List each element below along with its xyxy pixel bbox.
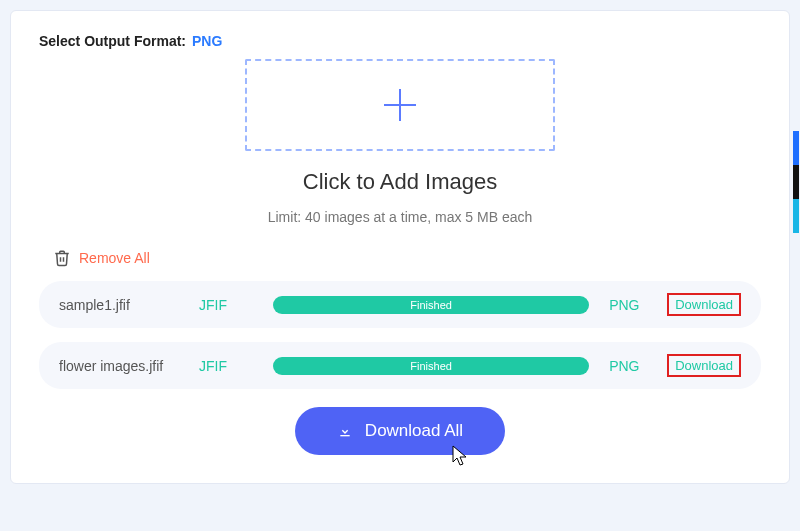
- output-format-dropdown[interactable]: PNG: [192, 33, 222, 49]
- file-name: sample1.jfif: [59, 297, 199, 313]
- progress-status: Finished: [410, 360, 452, 372]
- download-icon: [337, 423, 353, 439]
- output-format-label: Select Output Format:: [39, 33, 186, 49]
- download-all-label: Download All: [365, 421, 463, 441]
- side-tab[interactable]: [793, 131, 799, 165]
- limit-text: Limit: 40 images at a time, max 5 MB eac…: [39, 209, 761, 225]
- plus-icon: [378, 83, 422, 127]
- add-images-text: Click to Add Images: [39, 169, 761, 195]
- dropzone[interactable]: [245, 59, 555, 151]
- file-source-format: JFIF: [199, 358, 259, 374]
- file-target-format: PNG: [603, 297, 653, 313]
- file-row: sample1.jfif JFIF Finished PNG Download: [39, 281, 761, 328]
- svg-rect-2: [340, 435, 349, 436]
- file-name: flower images.jfif: [59, 358, 199, 374]
- progress-status: Finished: [410, 299, 452, 311]
- file-row: flower images.jfif JFIF Finished PNG Dow…: [39, 342, 761, 389]
- download-button[interactable]: Download: [667, 354, 741, 377]
- progress-bar: Finished: [273, 296, 589, 314]
- trash-icon: [53, 249, 71, 267]
- converter-card: Select Output Format: PNG Click to Add I…: [10, 10, 790, 484]
- remove-all-link[interactable]: Remove All: [79, 250, 150, 266]
- remove-all-row: Remove All: [39, 249, 761, 267]
- download-all-button[interactable]: Download All: [295, 407, 505, 455]
- side-tab[interactable]: [793, 199, 799, 233]
- side-tabs: [793, 131, 799, 233]
- file-source-format: JFIF: [199, 297, 259, 313]
- file-target-format: PNG: [603, 358, 653, 374]
- download-button[interactable]: Download: [667, 293, 741, 316]
- side-tab[interactable]: [793, 165, 799, 199]
- output-format-row: Select Output Format: PNG: [39, 33, 761, 49]
- progress-bar: Finished: [273, 357, 589, 375]
- download-all-wrap: Download All: [39, 407, 761, 455]
